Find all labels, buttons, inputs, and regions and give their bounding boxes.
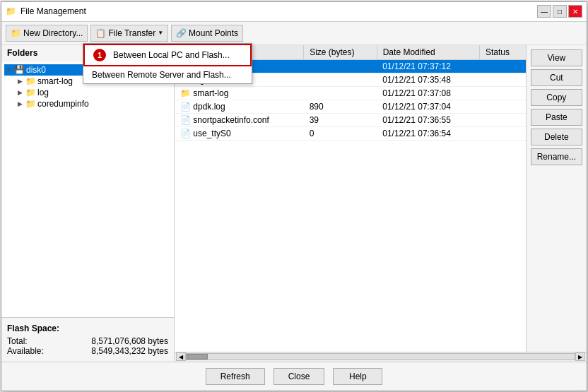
- file-type-icon: 📄: [180, 115, 191, 125]
- badge-number: 1: [98, 51, 102, 59]
- tree-expand-disk0[interactable]: ▼: [4, 66, 13, 74]
- col-header-date[interactable]: Date Modified: [377, 45, 479, 60]
- badge-circle: 1: [93, 49, 106, 61]
- scroll-right-arrow[interactable]: ▶: [575, 352, 585, 361]
- table-row[interactable]: 📄 use_ttyS0 0 01/12/21 07:36:54: [175, 126, 526, 140]
- col-header-size[interactable]: Size (bytes): [304, 45, 377, 60]
- flash-space-total-row: Total: 8,571,076,608 bytes: [7, 336, 168, 346]
- close-window-button[interactable]: Close: [274, 368, 325, 385]
- tree-expand-log[interactable]: ▶: [16, 88, 24, 97]
- cell-size: [304, 59, 377, 73]
- delete-button[interactable]: Delete: [531, 129, 582, 145]
- cell-date: 01/12/21 07:37:12: [377, 59, 479, 73]
- dropdown-item-remote[interactable]: Between Remote Server and Flash...: [83, 66, 252, 83]
- horizontal-scrollbar[interactable]: ◀ ▶: [175, 352, 587, 362]
- file-type-icon: 📄: [180, 102, 191, 112]
- file-type-icon: 📄: [180, 129, 191, 138]
- cell-status: [480, 86, 526, 100]
- flash-space-title: Flash Space:: [7, 323, 168, 333]
- file-type-icon: 📁: [180, 88, 191, 98]
- flash-space-available-label: Available:: [7, 346, 44, 356]
- bottom-bar: Refresh Close Help: [1, 362, 587, 391]
- file-table[interactable]: FileName ↑ Size (bytes) Date Modified: [175, 45, 526, 352]
- cell-date: 01/12/21 07:37:04: [377, 100, 479, 113]
- cell-status: [480, 113, 526, 126]
- file-name-text: smart-log: [193, 88, 228, 98]
- tree-label-coredumpinfo: coredumpinfo: [37, 99, 89, 109]
- tree-label-smart-log: smart-log: [37, 76, 73, 86]
- scroll-thumb[interactable]: [187, 354, 208, 360]
- file-name-text: snortpacketinfo.conf: [193, 115, 269, 125]
- flash-space-available-value: 8,549,343,232 bytes: [91, 346, 168, 356]
- dropdown-item-local[interactable]: 1 Between Local PC and Flash...: [83, 44, 252, 66]
- cell-size: [304, 86, 377, 100]
- cell-filename: 📄 use_ttyS0: [175, 126, 304, 140]
- minimize-button[interactable]: —: [537, 5, 551, 18]
- mount-points-button[interactable]: 🔗 Mount Points: [171, 25, 243, 42]
- flash-space-total-value: 8,571,076,608 bytes: [91, 336, 168, 346]
- maximize-button[interactable]: □: [553, 5, 567, 18]
- refresh-button[interactable]: Refresh: [206, 368, 265, 385]
- col-status-label: Status: [486, 47, 510, 57]
- cell-filename: 📄 dpdk.log: [175, 100, 304, 113]
- rename-button[interactable]: Rename...: [531, 148, 582, 165]
- cell-date: 01/12/21 07:36:54: [377, 126, 479, 140]
- tree-item-coredumpinfo[interactable]: ▶ 📁 coredumpinfo: [16, 98, 171, 109]
- file-transfer-label: File Transfer: [108, 28, 155, 38]
- file-transfer-icon: 📋: [95, 28, 106, 38]
- window-icon: 📁: [6, 6, 16, 16]
- flash-space: Flash Space: Total: 8,571,076,608 bytes …: [1, 317, 174, 362]
- paste-button[interactable]: Paste: [531, 109, 582, 126]
- cell-size: 0: [304, 126, 377, 140]
- window-title: File Management: [20, 6, 86, 16]
- cell-status: [480, 73, 526, 86]
- tree-expand-smart-log[interactable]: ▶: [16, 77, 24, 85]
- scroll-track[interactable]: [186, 353, 575, 360]
- folder-icon-coredumpinfo: 📁: [25, 99, 36, 109]
- cell-status: [480, 59, 526, 73]
- left-panel: Folders ▼ 💾 disk0 ▶ 📁 smart-log ▶: [1, 45, 175, 362]
- flash-space-total-label: Total:: [7, 336, 28, 346]
- cell-status: [480, 100, 526, 113]
- file-name-text: dpdk.log: [193, 102, 225, 112]
- tree-expand-coredumpinfo[interactable]: ▶: [16, 100, 24, 108]
- col-header-status[interactable]: Status: [480, 45, 526, 60]
- file-name-text: use_ttyS0: [193, 129, 230, 138]
- title-bar-left: 📁 File Management: [6, 6, 86, 16]
- scroll-left-arrow[interactable]: ◀: [176, 352, 186, 361]
- file-transfer-button[interactable]: 📋 File Transfer ▼: [90, 25, 168, 42]
- cell-size: 39: [304, 113, 377, 126]
- table-row[interactable]: 📄 snortpacketinfo.conf 39 01/12/21 07:36…: [175, 113, 526, 126]
- col-size-label: Size (bytes): [310, 47, 354, 57]
- tree-label-disk0: disk0: [26, 65, 46, 75]
- cell-size: 890: [304, 100, 377, 113]
- new-directory-label: New Directory...: [23, 28, 83, 38]
- main-content: Folders ▼ 💾 disk0 ▶ 📁 smart-log ▶: [1, 45, 587, 362]
- cell-date: 01/12/21 07:36:55: [377, 113, 479, 126]
- new-directory-button[interactable]: 📁 New Directory...: [6, 25, 88, 42]
- copy-button[interactable]: Copy: [531, 89, 582, 106]
- folder-icon-smart-log: 📁: [25, 76, 36, 86]
- file-transfer-dropdown: 1 Between Local PC and Flash... Between …: [83, 43, 252, 84]
- toolbar: 📁 New Directory... 📋 File Transfer ▼ 🔗 M…: [1, 22, 587, 45]
- mount-points-icon: 🔗: [176, 28, 187, 38]
- title-bar-controls: — □ ✕: [537, 5, 582, 18]
- new-directory-icon: 📁: [11, 28, 21, 38]
- col-date-label: Date Modified: [383, 47, 435, 57]
- dropdown-item-local-label: Between Local PC and Flash...: [113, 50, 230, 60]
- table-row[interactable]: 📄 dpdk.log 890 01/12/21 07:37:04: [175, 100, 526, 113]
- disk-icon: 💾: [14, 65, 25, 75]
- action-buttons-panel: View Cut Copy Paste Delete Rename...: [526, 45, 587, 352]
- help-button[interactable]: Help: [333, 368, 382, 385]
- right-panel: FileName ↑ Size (bytes) Date Modified: [175, 45, 587, 362]
- mount-points-label: Mount Points: [189, 28, 238, 38]
- table-row[interactable]: 📁 smart-log 01/12/21 07:37:08: [175, 86, 526, 100]
- close-button[interactable]: ✕: [568, 5, 582, 18]
- main-window: 📁 File Management — □ ✕ 📁 New Directory.…: [1, 1, 587, 391]
- cell-size: [304, 73, 377, 86]
- file-transfer-dropdown-arrow: ▼: [158, 30, 163, 36]
- cut-button[interactable]: Cut: [531, 69, 582, 86]
- view-button[interactable]: View: [531, 49, 582, 66]
- tree-item-log[interactable]: ▶ 📁 log: [16, 87, 171, 98]
- tree-view[interactable]: ▼ 💾 disk0 ▶ 📁 smart-log ▶ 📁 log: [1, 61, 174, 317]
